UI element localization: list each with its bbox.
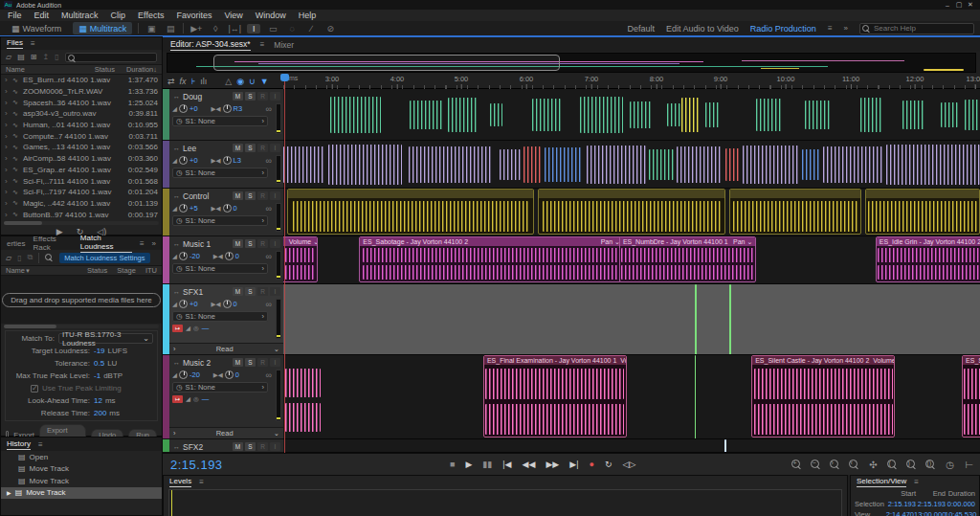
mute-button[interactable]: M: [233, 287, 243, 296]
track-name[interactable]: SFX1: [183, 287, 203, 297]
volume-knob[interactable]: [179, 156, 188, 165]
zoom-duration-button[interactable]: ◷: [944, 459, 956, 471]
maximize-button[interactable]: ▢: [953, 1, 965, 9]
zoom-to-in-point-button[interactable]: (: [886, 459, 899, 471]
look-ahead-value[interactable]: 12: [94, 396, 102, 405]
audio-clip[interactable]: [743, 146, 798, 184]
levels-panel-menu-icon[interactable]: ≡: [199, 478, 204, 486]
file-row[interactable]: ›∿asp304-v3_outro.wav0:39.811: [1, 108, 162, 120]
match-loudness-scrollbar[interactable]: [4, 325, 159, 328]
audio-clip[interactable]: [649, 149, 673, 180]
minimize-button[interactable]: –: [942, 2, 953, 9]
audio-clip[interactable]: [538, 189, 726, 235]
audio-clip[interactable]: [681, 98, 701, 132]
match-loudness-column-header[interactable]: Name▼ Status Stage ITU: [1, 265, 162, 276]
pan-value[interactable]: 0: [235, 370, 239, 379]
audio-clip[interactable]: ES_Sa: [962, 355, 980, 437]
workspace-overflow-icon[interactable]: »: [844, 24, 848, 33]
monitor-input-button[interactable]: I: [270, 239, 280, 248]
volume-knob[interactable]: [179, 370, 188, 379]
menu-view[interactable]: View: [224, 11, 242, 20]
solo-button[interactable]: S: [245, 92, 256, 101]
track-header-sfx1[interactable]: ↔ SFX1 M S R I ◢ +0 ▶◀ 0: [163, 284, 283, 355]
max-true-peak-value[interactable]: -1: [94, 371, 100, 380]
add-files-icon[interactable]: ▱: [6, 254, 11, 262]
tab-editor[interactable]: Editor: ASP-304.sesx*: [170, 39, 251, 51]
volume-knob[interactable]: [179, 104, 188, 113]
snap-playhead-icon[interactable]: ⊦: [191, 77, 196, 86]
audio-clip[interactable]: [532, 99, 561, 131]
audio-clip[interactable]: [409, 146, 492, 183]
match-to-dropdown[interactable]: ITU-R BS.1770-3 Loudness⌄: [58, 333, 153, 344]
zoom-in-time-button[interactable]: ›: [829, 459, 841, 471]
zoom-to-out-point-button[interactable]: ): [905, 459, 918, 471]
pan-knob[interactable]: [223, 300, 232, 308]
arm-record-button[interactable]: R: [257, 191, 268, 200]
paintbrush-selection-tool[interactable]: ∕: [304, 24, 318, 34]
open-file-icon[interactable]: ▱: [6, 53, 11, 61]
track-lane-control[interactable]: [283, 189, 980, 236]
file-row[interactable]: ›∿Sci-Fi,..7111 44100 1.wav0:01.568: [1, 175, 162, 187]
file-row[interactable]: ›∿ES_Burn..rd 44100 1.wav1:37.470: [1, 75, 162, 86]
playhead-handle[interactable]: [280, 74, 289, 81]
monitor-input-button[interactable]: I: [270, 442, 280, 451]
menu-edit[interactable]: Edit: [34, 11, 50, 20]
new-container-icon[interactable]: ⊞: [31, 53, 37, 61]
audio-clip[interactable]: [448, 98, 479, 132]
stop-button[interactable]: ■: [450, 460, 455, 469]
monitor-input-button[interactable]: I: [270, 144, 280, 152]
waveform-view-button[interactable]: ▦ Waveform: [6, 22, 67, 34]
help-search-input[interactable]: [859, 23, 974, 34]
audio-clip[interactable]: [902, 101, 924, 129]
zoom-navigator[interactable]: [167, 53, 976, 73]
file-row[interactable]: ›∿Compute..7 44100 1.wav0:03.711: [1, 130, 162, 142]
zoom-to-selection-button[interactable]: (): [924, 459, 937, 471]
skip-selection-button[interactable]: ◁▷: [622, 460, 635, 469]
clip-automation-dropdown[interactable]: Volume ⌄: [289, 238, 317, 246]
track-header-doug[interactable]: ↔ Doug M S R I ◢ +0 ▶◀ R3: [163, 89, 283, 141]
arm-record-button[interactable]: R: [257, 144, 268, 152]
pan-value[interactable]: R3: [234, 104, 243, 113]
arm-record-button[interactable]: R: [257, 92, 268, 101]
arm-record-button[interactable]: R: [257, 239, 268, 248]
audio-clip[interactable]: ES_Silent Castle - Jay Vorton 44100 2 Vo…: [751, 355, 895, 437]
solo-button[interactable]: S: [245, 287, 256, 296]
play-button[interactable]: ▶: [465, 460, 472, 469]
automation-spline-icon[interactable]: ⇄: [167, 77, 175, 86]
audio-clip[interactable]: [965, 100, 980, 130]
track-name[interactable]: Lee: [183, 144, 196, 153]
eq-slot-dropdown[interactable]: ◷ S1: None ›: [172, 215, 268, 226]
insert-into-multitrack-icon[interactable]: ↥: [42, 53, 49, 61]
track-name[interactable]: Control: [183, 191, 209, 201]
file-row[interactable]: ›∿ZOOM0006_TrLR.WAV1:33.736: [1, 86, 162, 98]
zoom-out-time-button[interactable]: ‹: [848, 459, 860, 471]
pan-value[interactable]: L3: [234, 156, 241, 165]
time-selection-tool[interactable]: I: [247, 24, 260, 34]
view-row[interactable]: View 2:14.470 13:00.000 10:45.530: [851, 509, 979, 516]
tab-match-loudness[interactable]: Match Loudness: [80, 234, 132, 253]
audio-clip[interactable]: [677, 146, 722, 183]
menu-favorites[interactable]: Favorites: [176, 11, 212, 20]
audio-clip[interactable]: [285, 369, 320, 397]
clip-automation-dropdown[interactable]: Pan ⌄: [733, 238, 752, 246]
automation-mode-dropdown[interactable]: › Read ⌄: [169, 427, 283, 438]
automation-keyframe-line[interactable]: [695, 355, 696, 439]
file-row[interactable]: ›∿AirComp..58 44100 1.wav0:03.360: [1, 153, 162, 165]
monitor-input-button[interactable]: I: [270, 358, 280, 367]
marquee-selection-tool[interactable]: ▭: [266, 24, 279, 34]
time-ruler[interactable]: hms 3:00 4:00 5:00 6:00 7:00 8:00 9:00 1…: [283, 74, 980, 89]
close-button[interactable]: ✕: [965, 1, 976, 9]
clip-automation-dropdown[interactable]: Volume ⌄: [620, 357, 626, 365]
release-time-value[interactable]: 200: [94, 409, 106, 417]
arm-record-button[interactable]: R: [257, 358, 268, 367]
tolerance-value[interactable]: 0.5: [94, 359, 104, 368]
remove-files-icon[interactable]: ▯: [17, 254, 21, 262]
zoom-out-amplitude-button[interactable]: −: [810, 459, 822, 471]
menu-effects[interactable]: Effects: [138, 11, 164, 20]
editor-panel-menu-icon[interactable]: ≡: [260, 40, 265, 49]
file-row[interactable]: ›∿Magic, ..442 44100 1.wav0:01.139: [1, 198, 162, 210]
track-lane-music2[interactable]: ES_Final Examination - Jay Vorton 44100 …: [283, 355, 980, 439]
track-header-music2[interactable]: ↔ Music 2 M S R I ◢ -20 ▶◀ 0: [163, 355, 283, 439]
audio-clip[interactable]: [410, 101, 443, 129]
spot-healing-brush-tool[interactable]: ⊘: [323, 24, 337, 34]
